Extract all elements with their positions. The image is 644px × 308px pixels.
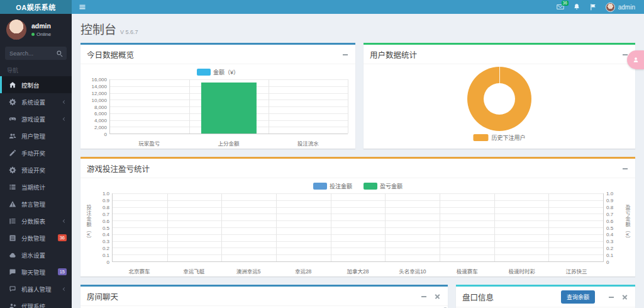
x-category-label: 投注流水 <box>297 139 319 147</box>
y-tick-label: 0.4 <box>103 232 109 237</box>
sidebar-item-chat[interactable]: 聊天管理15 <box>0 263 72 280</box>
minimize-icon[interactable] <box>341 51 349 59</box>
sidebar-item-label: 游戏设置 <box>21 115 45 123</box>
dashboard-icon <box>9 81 18 89</box>
panel-title: 房间聊天 <box>87 290 118 302</box>
cog-icon <box>9 166 18 174</box>
y-tick-label: 0.3 <box>606 239 613 244</box>
sidebar-item-list[interactable]: 当期统计 <box>0 178 72 195</box>
sidebar-item-gear[interactable]: 系统设置 <box>0 93 72 110</box>
y-tick-label: 0 <box>104 132 107 137</box>
panel-title: 游戏投注盈亏统计 <box>87 163 150 174</box>
count-badge: 36 <box>58 234 67 241</box>
sidebar-item-users[interactable]: 用户管理 <box>0 127 72 144</box>
y-tick-label: 0 <box>606 260 609 265</box>
topbar: OA娱乐系统 36 admin <box>0 0 644 14</box>
page-version: V 5.6.7 <box>120 29 138 35</box>
list-alt-icon <box>9 234 18 242</box>
x-category-label: 头名幸运10 <box>399 267 426 275</box>
x-category-label: 极速时时彩 <box>508 267 535 275</box>
y-tick-label: 0.1 <box>606 253 613 258</box>
sidebar-item-label: 控制台 <box>21 81 40 89</box>
page-header: 控制台 V 5.6.7 <box>80 20 635 37</box>
messages-icon[interactable]: 36 <box>557 3 564 11</box>
sidebar-item-label: 机器人管理 <box>21 285 52 294</box>
minimize-icon[interactable] <box>621 165 629 173</box>
avatar <box>606 3 615 12</box>
y-tick-label: 2,000 <box>94 125 107 130</box>
sidebar-item-cog[interactable]: 预设开奖 <box>0 161 72 178</box>
y-tick-label: 0.3 <box>103 239 109 244</box>
x-category-label: 江苏快三 <box>566 267 587 275</box>
notifications-icon[interactable] <box>573 3 580 11</box>
sidebar-item-cloud[interactable]: 退水设置 <box>0 246 72 263</box>
sidebar-item-gamepad[interactable]: 游戏设置 <box>0 110 72 127</box>
sidebar-item-label: 聊天管理 <box>21 268 45 277</box>
legend-item[interactable]: 金额（¥） <box>197 68 239 76</box>
sidebar-item-label: 分数管理 <box>21 234 45 242</box>
minimize-icon[interactable] <box>420 293 428 300</box>
row-3: 房间聊天 18:33:09 bjl-管理员 第 1391939 期已经开启,请开… <box>80 285 635 308</box>
close-icon[interactable] <box>621 294 629 301</box>
gear-icon <box>9 98 18 106</box>
sidebar-user-status: Online <box>31 31 51 37</box>
y-tick-label: 6,000 <box>94 111 107 117</box>
sidebar-item-agent[interactable]: 代理系统 <box>0 297 72 308</box>
y-tick-label: 0.5 <box>606 225 613 231</box>
messages-badge: 36 <box>562 1 569 6</box>
y-axis-label-right: 盈亏金额（¥） <box>624 205 631 242</box>
row-1: 今日数据概览 金额（¥） 16,00014,00012,00010,0008,0… <box>80 43 635 149</box>
legend-item[interactable]: 历史下注用户 <box>473 134 525 142</box>
y-axis-label-left: 投注金额（¥） <box>85 205 92 242</box>
sidebar-section-label: 导航 <box>0 64 72 76</box>
chart-legend: 投注金额盈亏金额 <box>80 178 635 191</box>
panel-room-chat: 房间聊天 18:33:09 bjl-管理员 第 1391939 期已经开启,请开… <box>80 285 448 308</box>
sidebar-menu: 控制台系统设置游戏设置用户管理手动开奖预设开奖当期统计禁言管理分数报表分数管理3… <box>0 76 72 308</box>
pencil-icon <box>9 149 18 157</box>
sidebar-avatar <box>6 20 26 40</box>
y-tick-label: 12,000 <box>92 90 107 96</box>
chart-legend: 金额（¥） <box>80 64 355 77</box>
y-tick-label: 14,000 <box>92 83 107 89</box>
users-donut-chart: 历史下注用户 <box>364 64 635 149</box>
x-category-label: 北京赛车 <box>128 267 150 275</box>
sidebar-toggle-icon[interactable] <box>72 0 93 14</box>
query-balance-button[interactable]: 查询余额 <box>561 290 595 304</box>
y-tick-label: 0.4 <box>606 232 613 237</box>
search-input[interactable] <box>5 47 53 60</box>
y-tick-label: 0.6 <box>103 218 109 224</box>
minimize-icon[interactable] <box>608 294 615 301</box>
chevron-left-icon <box>60 286 67 292</box>
chevron-left-icon <box>60 218 67 224</box>
sidebar-item-warning[interactable]: 禁言管理 <box>0 195 72 212</box>
sidebar-item-label: 预设开奖 <box>21 166 45 174</box>
app-logo[interactable]: OA娱乐系统 <box>0 0 72 14</box>
sidebar-item-dashboard[interactable]: 控制台 <box>0 76 72 93</box>
x-category-label: 幸运飞艇 <box>183 267 204 275</box>
sidebar-item-robot[interactable]: 机器人管理 <box>0 280 72 297</box>
sidebar-item-label: 代理系统 <box>21 302 45 308</box>
bar-上分金额 <box>201 83 257 134</box>
sidebar-user-panel: admin Online <box>0 14 72 45</box>
count-badge: 15 <box>58 268 67 275</box>
main-content: 控制台 V 5.6.7 今日数据概览 金额（¥） 16,00014,00012,… <box>72 14 644 308</box>
sidebar-item-pencil[interactable]: 手动开奖 <box>0 144 72 161</box>
sidebar: admin Online 导航 控制台系统设置游戏设置用户管理手动开奖预设开奖当… <box>0 14 72 308</box>
y-tick-label: 0.6 <box>606 218 613 224</box>
sidebar-item-label: 退水设置 <box>21 251 45 260</box>
sidebar-user-name: admin <box>31 22 51 30</box>
flag-icon[interactable] <box>589 3 597 11</box>
y-tick-label: 10,000 <box>92 97 107 103</box>
list-icon <box>9 183 18 191</box>
legend-item[interactable]: 盈亏金额 <box>364 182 402 190</box>
close-icon[interactable] <box>434 293 441 300</box>
panel-today-overview: 今日数据概览 金额（¥） 16,00014,00012,00010,0008,0… <box>80 43 355 149</box>
floating-service-button[interactable] <box>627 50 644 69</box>
sidebar-item-report[interactable]: 分数报表 <box>0 212 72 229</box>
legend-item[interactable]: 投注金额 <box>313 182 352 190</box>
topbar-main: 36 admin <box>72 0 644 14</box>
sidebar-item-list-alt[interactable]: 分数管理36 <box>0 229 72 246</box>
user-menu[interactable]: admin <box>606 3 635 12</box>
search-icon[interactable] <box>53 47 67 60</box>
x-category-label: 玩家盈亏 <box>138 139 160 147</box>
